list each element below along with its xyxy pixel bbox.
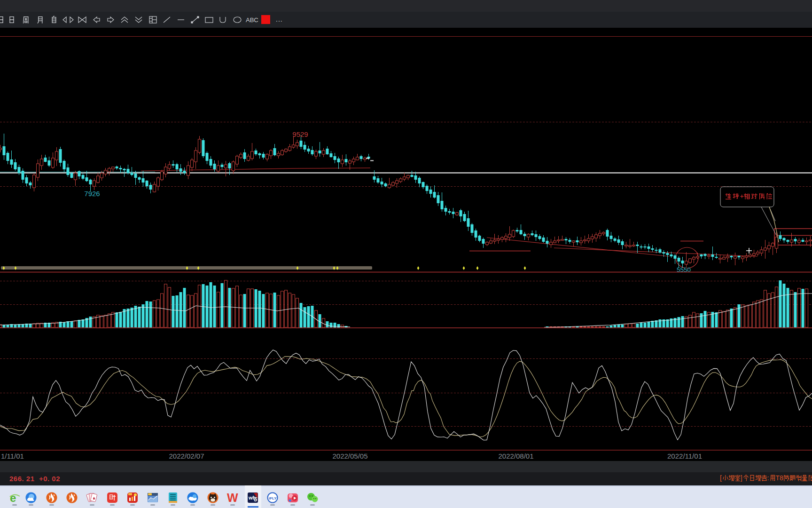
svg-text:ABC: ABC	[246, 16, 258, 24]
svg-text:]: ]	[741, 474, 742, 482]
svg-text:7926: 7926	[84, 190, 100, 198]
svg-text:2022/05/05: 2022/05/05	[332, 452, 367, 460]
svg-text:+: +	[740, 192, 743, 200]
svg-text:266. 21 +0. 02: 266. 21 +0. 02	[9, 475, 60, 483]
svg-text:9529: 9529	[292, 130, 308, 138]
svg-text:T8: T8	[775, 474, 783, 482]
svg-text:2022/11/01: 2022/11/01	[667, 452, 702, 460]
svg-text::: :	[767, 474, 769, 482]
svg-text:6: 6	[254, 496, 258, 503]
svg-text:iFLY: iFLY	[269, 496, 277, 500]
svg-text:...: ...	[276, 16, 283, 23]
svg-text:2022/02/07: 2022/02/07	[169, 452, 204, 460]
svg-text:[: [	[720, 474, 722, 482]
svg-text:1/11/01: 1/11/01	[1, 452, 24, 460]
svg-text:2022/08/01: 2022/08/01	[498, 452, 533, 460]
svg-text:W: W	[227, 491, 238, 504]
svg-text:e: e	[10, 492, 16, 504]
